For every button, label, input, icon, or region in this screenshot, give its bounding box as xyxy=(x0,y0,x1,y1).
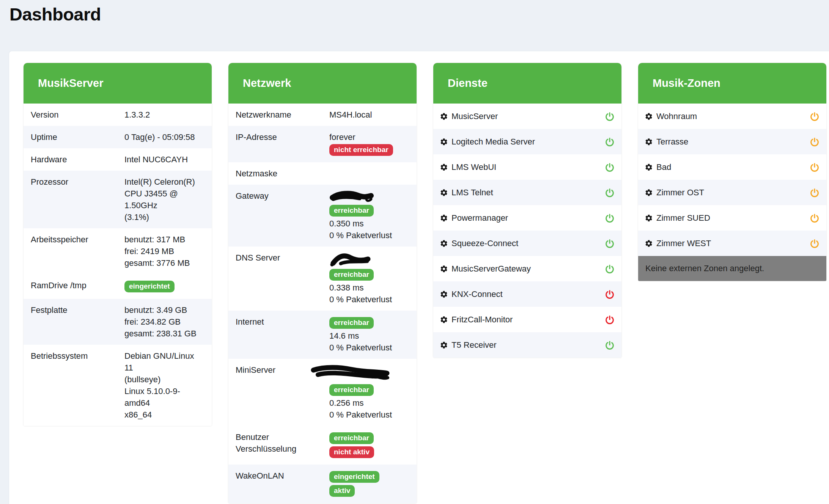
badge-line: nicht erreichbar xyxy=(329,143,408,157)
power-toggle-icon[interactable] xyxy=(810,213,820,223)
zones-footer-note: Keine externen Zonen angelegt. xyxy=(638,256,826,281)
gear-icon[interactable] xyxy=(440,341,448,349)
row-label: WakeOnLAN xyxy=(236,470,329,498)
status-badge: erreichbar xyxy=(329,384,374,396)
row-value: eingerichtet xyxy=(124,279,203,294)
power-toggle-icon[interactable] xyxy=(605,213,615,223)
status-badge: eingerichtet xyxy=(329,471,379,483)
badge-line: erreichbar xyxy=(329,204,408,218)
service-row-zimmer-ost: Zimmer OST xyxy=(638,180,826,205)
gear-icon[interactable] xyxy=(440,290,448,298)
power-toggle-icon[interactable] xyxy=(605,188,615,198)
row-value: erreichbar0.338 ms 0 % Paketverlust xyxy=(329,252,408,305)
service-name: Bad xyxy=(656,162,810,172)
power-toggle-icon[interactable] xyxy=(810,162,820,172)
service-name: MusicServer xyxy=(451,111,605,121)
row-value xyxy=(329,168,408,179)
row-value: Intel(R) Celeron(R) CPU J3455 @ 1.50GHz … xyxy=(124,176,203,223)
power-toggle-icon[interactable] xyxy=(810,239,820,248)
badge-line: nicht aktiv xyxy=(329,445,408,459)
status-badge: erreichbar xyxy=(329,317,374,329)
gear-icon[interactable] xyxy=(440,316,448,324)
power-toggle-icon[interactable] xyxy=(605,239,615,248)
redacted-value xyxy=(329,253,372,267)
redacted-value xyxy=(329,191,377,203)
status-badge: erreichbar xyxy=(329,205,374,217)
badge-line: eingerichtet xyxy=(124,279,203,294)
service-name: Zimmer OST xyxy=(656,188,810,198)
table-row: Benutzer Verschlüsselungerreichbarnicht … xyxy=(228,426,417,465)
table-row: DNS Servererreichbar0.338 ms 0 % Paketve… xyxy=(228,247,417,311)
power-toggle-icon[interactable] xyxy=(605,289,615,299)
page: { "page": { "title": "Dashboard" }, "col… xyxy=(0,0,829,504)
gear-icon[interactable] xyxy=(440,188,448,197)
gear-icon[interactable] xyxy=(440,138,448,146)
table-row: Netzmaske xyxy=(228,162,417,185)
service-name: Zimmer WEST xyxy=(656,239,810,248)
row-label: DNS Server xyxy=(236,252,329,305)
power-toggle-icon[interactable] xyxy=(810,137,820,147)
card-musikserver: MusikServerVersion1.3.3.2Uptime0 Tag(e) … xyxy=(24,63,212,426)
value-text: benutzt: 3.49 GB frei: 234.82 GB gesamt:… xyxy=(124,304,203,339)
power-toggle-icon[interactable] xyxy=(605,162,615,172)
service-name: MusicServerGateway xyxy=(451,264,605,274)
power-toggle-icon[interactable] xyxy=(605,264,615,274)
gear-icon[interactable] xyxy=(645,214,653,222)
gear-icon[interactable] xyxy=(440,163,448,171)
status-badge: erreichbar xyxy=(329,269,374,281)
power-toggle-icon[interactable] xyxy=(605,137,615,147)
gear-icon[interactable] xyxy=(440,265,448,273)
service-row-terrasse: Terrasse xyxy=(638,129,826,154)
main-panel: MusikServerVersion1.3.3.2Uptime0 Tag(e) … xyxy=(9,51,829,504)
gear-icon[interactable] xyxy=(645,188,653,197)
gear-icon[interactable] xyxy=(440,239,448,248)
gear-icon[interactable] xyxy=(440,214,448,222)
table-row: Arbeitsspeicherbenutzt: 317 MB frei: 241… xyxy=(24,228,212,274)
page-title: Dashboard xyxy=(9,4,101,25)
row-value: MS4H.local xyxy=(329,109,408,121)
row-label: Betriebssystem xyxy=(31,350,124,421)
service-name: KNX-Connect xyxy=(451,289,605,299)
gear-icon[interactable] xyxy=(645,163,653,171)
power-toggle-icon[interactable] xyxy=(605,111,615,121)
row-label: Benutzer Verschlüsselung xyxy=(236,431,329,459)
row-value: forevernicht erreichbar xyxy=(329,131,408,157)
service-row-bad: Bad xyxy=(638,154,826,180)
card-netzwerk: NetzwerkNetzwerknameMS4H.localIP-Adresse… xyxy=(228,63,417,503)
power-toggle-icon[interactable] xyxy=(605,315,615,325)
service-name: Squeeze-Connect xyxy=(451,239,605,248)
gear-icon[interactable] xyxy=(645,138,653,146)
gear-icon[interactable] xyxy=(645,112,653,121)
service-name: Logitech Media Server xyxy=(451,137,605,147)
row-value: benutzt: 3.49 GB frei: 234.82 GB gesamt:… xyxy=(124,304,203,339)
row-value: erreichbar0.350 ms 0 % Paketverlust xyxy=(329,190,408,241)
service-row-lms-webui: LMS WebUI xyxy=(433,154,621,180)
row-value: 1.3.3.2 xyxy=(124,109,203,121)
table-row: Version1.3.3.2 xyxy=(24,104,212,126)
value-text: Debian GNU/Linux 11 (bullseye) Linux 5.1… xyxy=(124,350,203,421)
power-toggle-icon[interactable] xyxy=(810,111,820,121)
row-label: IP-Adresse xyxy=(236,131,329,157)
service-row-lms-telnet: LMS Telnet xyxy=(433,180,621,205)
table-row: Gatewayerreichbar0.350 ms 0 % Paketverlu… xyxy=(228,185,417,247)
power-toggle-icon[interactable] xyxy=(810,188,820,198)
service-row-powermanager: Powermanager xyxy=(433,205,621,231)
card-header-musik-zonen: Musik-Zonen xyxy=(638,63,826,104)
row-value: erreichbar0.256 ms 0 % Paketverlust xyxy=(329,364,408,421)
table-row: HardwareIntel NUC6CAYH xyxy=(24,148,212,171)
power-toggle-icon[interactable] xyxy=(605,340,615,350)
badge-line: erreichbar xyxy=(329,383,408,397)
table-row: Interneterreichbar14.6 ms 0 % Paketverlu… xyxy=(228,311,417,359)
value-text: 14.6 ms 0 % Paketverlust xyxy=(329,330,408,353)
table-row: Festplattebenutzt: 3.49 GB frei: 234.82 … xyxy=(24,299,212,345)
row-value: Intel NUC6CAYH xyxy=(124,154,203,165)
row-value: eingerichtetaktiv xyxy=(329,470,408,498)
gear-icon[interactable] xyxy=(440,112,448,121)
row-label: Netzwerkname xyxy=(236,109,329,121)
value-text: 0.338 ms 0 % Paketverlust xyxy=(329,282,408,305)
status-badge: aktiv xyxy=(329,485,355,497)
table-row: MiniServererreichbar0.256 ms 0 % Paketve… xyxy=(228,359,417,426)
service-name: Wohnraum xyxy=(656,111,810,121)
badge-line: eingerichtet xyxy=(329,470,408,484)
gear-icon[interactable] xyxy=(645,239,653,248)
